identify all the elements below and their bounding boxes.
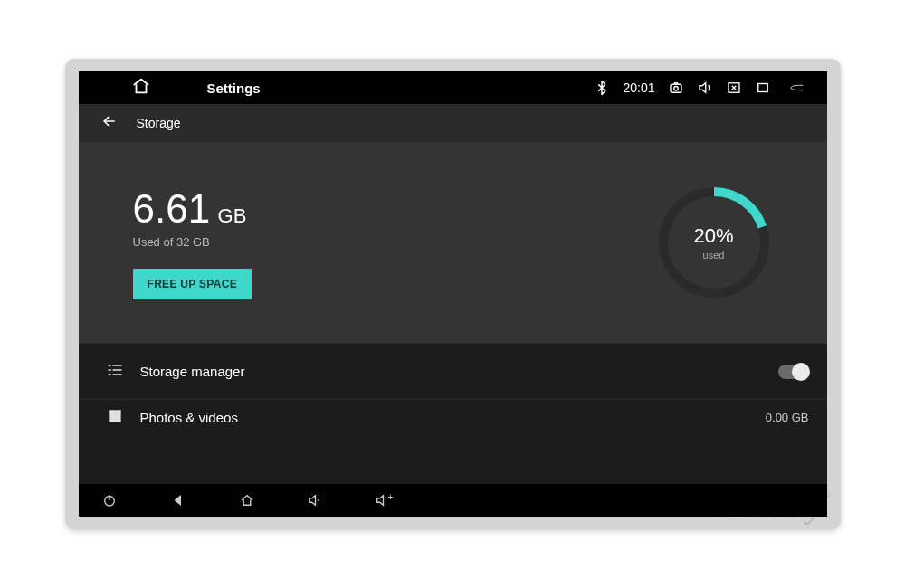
hardware-navbar: - +: [79, 484, 827, 517]
usage-percent-label: used: [703, 250, 725, 261]
nav-home-icon[interactable]: [234, 488, 260, 513]
free-up-space-button[interactable]: FREE UP SPACE: [133, 269, 252, 299]
settings-list: Storage manager Photos & videos 0.00 GB: [79, 343, 827, 435]
app-title: Settings: [198, 81, 261, 96]
row-label: Photos & videos: [135, 410, 766, 425]
statusbar: Settings 20:01: [79, 71, 827, 104]
close-app-icon[interactable]: [720, 74, 748, 101]
row-storage-manager[interactable]: Storage manager: [79, 343, 827, 399]
clock-text: 20:01: [617, 74, 660, 101]
row-value: 0.00 GB: [766, 411, 809, 424]
image-icon: [106, 407, 124, 429]
used-unit: GB: [214, 204, 247, 227]
row-label: Storage manager: [135, 364, 778, 379]
used-value: 6.61: [133, 186, 211, 231]
row-photos-videos[interactable]: Photos & videos 0.00 GB: [79, 399, 827, 435]
recents-icon[interactable]: [749, 74, 776, 101]
usage-ring: 20% used: [654, 183, 774, 302]
home-icon[interactable]: [131, 76, 151, 100]
list-icon: [106, 361, 124, 383]
nav-back-icon[interactable]: [166, 488, 191, 513]
back-arrow-icon[interactable]: [100, 112, 119, 134]
power-icon[interactable]: [97, 488, 122, 513]
svg-point-1: [673, 87, 678, 91]
back-system-icon[interactable]: [778, 74, 814, 101]
screenshot-icon[interactable]: [662, 74, 690, 101]
volume-icon[interactable]: [691, 74, 719, 101]
screen: Settings 20:01: [79, 71, 827, 517]
device-frame: Settings 20:01: [65, 59, 841, 529]
usage-percent: 20%: [693, 224, 733, 248]
content-area: 6.61 GB Used of 32 GB FREE UP SPACE 20%: [79, 142, 827, 484]
svg-rect-0: [671, 84, 681, 92]
svg-rect-3: [757, 84, 767, 92]
storage-summary: 6.61 GB Used of 32 GB FREE UP SPACE 20%: [79, 142, 827, 343]
toggle-storage-manager[interactable]: [778, 365, 809, 379]
page-title: Storage: [131, 116, 181, 130]
volume-down-icon[interactable]: -: [303, 488, 329, 513]
subheader: Storage: [79, 104, 827, 142]
bluetooth-icon: [588, 74, 615, 101]
used-of-text: Used of 32 GB: [133, 235, 637, 249]
volume-up-icon[interactable]: +: [372, 488, 397, 513]
